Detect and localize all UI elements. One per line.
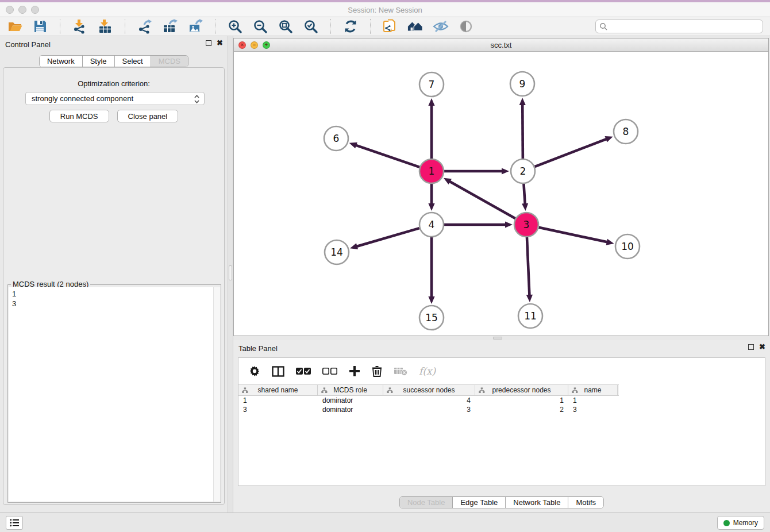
toolbar-separator: [60, 19, 60, 34]
float-table-panel-icon[interactable]: [748, 344, 754, 350]
tab-network-table[interactable]: Network Table: [505, 497, 568, 508]
graph-node-label: 15: [425, 312, 438, 323]
task-history-button[interactable]: [6, 516, 23, 530]
close-panel-button[interactable]: Close panel: [117, 110, 179, 122]
import-network-icon[interactable]: [72, 18, 88, 34]
tab-mcds[interactable]: MCDS: [151, 56, 188, 67]
zoom-out-icon[interactable]: [252, 18, 268, 34]
list-icon: [10, 519, 20, 527]
graph-edge[interactable]: [539, 228, 608, 242]
graph-edge[interactable]: [535, 139, 607, 167]
horizontal-splitter[interactable]: [233, 336, 770, 340]
network-view-window: × − + scc.txt 1234678910111415: [233, 38, 769, 336]
table-panel: Table Panel ✖ f(x) shared nameMCDS roles…: [233, 340, 770, 512]
graph-node-label: 9: [519, 78, 526, 90]
network-window-titlebar[interactable]: × − + scc.txt: [234, 38, 768, 52]
graph-edge-arrow: [428, 203, 434, 211]
search-field[interactable]: [595, 20, 763, 33]
graph-edge[interactable]: [449, 181, 515, 218]
app-titlebar: Session: New Session: [0, 2, 770, 17]
refresh-icon[interactable]: [342, 18, 359, 34]
table-cell: 1: [568, 396, 618, 405]
tab-network[interactable]: Network: [40, 56, 82, 67]
hide-eye-icon[interactable]: [433, 18, 449, 34]
gear-icon[interactable]: [249, 365, 260, 377]
memory-status-icon: [723, 520, 730, 526]
close-panel-icon[interactable]: ✖: [217, 40, 223, 46]
deselect-all-icon[interactable]: [322, 367, 337, 375]
delete-icon[interactable]: [372, 365, 382, 377]
criterion-dropdown[interactable]: strongly connected component: [25, 92, 205, 105]
table-row[interactable]: 3dominator323: [238, 405, 619, 414]
criterion-value: strongly connected component: [32, 94, 133, 103]
zoom-in-icon[interactable]: [227, 18, 243, 34]
home-icon[interactable]: [407, 18, 424, 34]
table-header-row: shared nameMCDS rolesuccessor nodesprede…: [238, 385, 619, 396]
export-table-icon[interactable]: [162, 18, 178, 34]
add-column-icon[interactable]: [349, 365, 360, 377]
float-panel-icon[interactable]: [206, 40, 211, 46]
toolbar-separator: [215, 19, 215, 34]
show-eye-icon: [458, 18, 474, 34]
graph-edge-arrow: [428, 296, 434, 304]
import-table-icon[interactable]: [97, 18, 113, 34]
graph-edge-arrow: [505, 221, 513, 228]
search-input[interactable]: [608, 21, 759, 32]
table-row[interactable]: 1dominator411: [238, 396, 619, 405]
tab-node-table[interactable]: Node Table: [400, 497, 453, 508]
graph-edge[interactable]: [527, 237, 529, 296]
column-header-name[interactable]: name: [568, 385, 618, 395]
graph-edge[interactable]: [522, 104, 523, 159]
network-canvas[interactable]: 1234678910111415: [234, 52, 768, 336]
tab-select[interactable]: Select: [114, 56, 151, 67]
graph-edge-arrow: [522, 203, 528, 211]
graph-edge-arrow: [519, 98, 526, 105]
columns-icon[interactable]: [272, 366, 284, 377]
column-header-MCDS-role[interactable]: MCDS role: [318, 385, 383, 395]
tab-edge-table[interactable]: Edge Table: [452, 497, 505, 508]
graph-edge[interactable]: [523, 184, 525, 205]
zoom-fit-icon[interactable]: [278, 18, 294, 34]
toolbar-separator: [330, 19, 331, 34]
graph-node-label: 2: [520, 165, 526, 177]
vertical-splitter[interactable]: [228, 36, 233, 512]
dropdown-spinner-icon: [194, 94, 200, 106]
save-icon[interactable]: [32, 18, 48, 34]
mcds-result-values: 1 3: [9, 287, 220, 310]
column-header-shared-name[interactable]: shared name: [238, 385, 318, 395]
graph-edge-arrow: [428, 98, 434, 106]
result-scrollbar[interactable]: [213, 287, 220, 502]
run-mcds-button[interactable]: Run MCDS: [49, 110, 109, 122]
control-panel-title: Control Panel: [5, 40, 51, 49]
horizontal-splitter-handle[interactable]: [493, 337, 502, 340]
open-icon[interactable]: [7, 18, 23, 34]
column-header-successor-nodes[interactable]: successor nodes: [383, 385, 475, 395]
column-header-predecessor-nodes[interactable]: predecessor nodes: [475, 385, 568, 395]
delete-table-icon: [394, 367, 407, 376]
toolbar-separator: [125, 19, 125, 34]
graph-edge[interactable]: [355, 145, 419, 167]
memory-button[interactable]: Memory: [717, 516, 764, 530]
optimization-criterion-label: Optimization criterion:: [3, 79, 224, 88]
network-file-icon[interactable]: [382, 18, 398, 34]
close-table-panel-icon[interactable]: ✖: [759, 344, 765, 350]
table-cell: 1: [475, 396, 568, 405]
graph-edge[interactable]: [356, 228, 419, 246]
status-bar: Memory: [0, 512, 770, 532]
table-cell: 3: [568, 405, 618, 414]
node-table: shared nameMCDS rolesuccessor nodesprede…: [238, 384, 619, 414]
vertical-splitter-handle[interactable]: [229, 265, 232, 280]
session-title: Session: New Session: [0, 6, 770, 14]
control-panel-tabs: NetworkStyleSelectMCDS: [39, 55, 188, 67]
graph-node-label: 11: [524, 310, 537, 322]
export-network-icon[interactable]: [137, 18, 153, 34]
mcds-result-textarea[interactable]: 1 3: [9, 287, 220, 502]
tab-style[interactable]: Style: [82, 56, 114, 67]
zoom-selected-icon[interactable]: [303, 18, 319, 34]
export-image-icon[interactable]: [187, 18, 203, 34]
node-table-container: f(x) shared nameMCDS rolesuccessor nodes…: [238, 357, 765, 486]
select-all-icon[interactable]: [296, 367, 311, 375]
tab-motifs[interactable]: Motifs: [568, 497, 603, 508]
function-builder-icon: f(x): [419, 365, 436, 377]
table-cell: 3: [238, 405, 318, 414]
